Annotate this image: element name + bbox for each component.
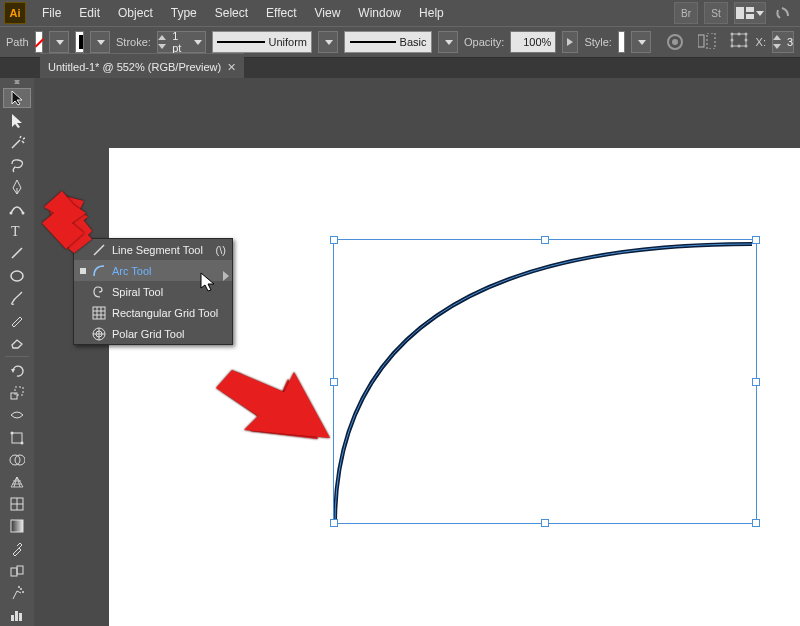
svg-rect-44 [11,568,17,576]
perspective-grid-tool[interactable] [3,472,31,492]
svg-marker-26 [12,114,22,128]
selection-handle[interactable] [752,236,760,244]
document-tab-bar: Untitled-1* @ 552% (RGB/Preview) ✕ [0,58,800,80]
selection-tool[interactable] [3,88,31,108]
svg-point-14 [744,33,747,36]
flyout-item-polar-grid[interactable]: Polar Grid Tool [74,323,232,344]
svg-marker-7 [567,38,573,46]
pen-tool[interactable] [3,177,31,197]
recolor-artwork-icon[interactable] [666,33,684,51]
ellipse-tool[interactable] [3,266,31,286]
svg-point-18 [737,45,740,48]
align-icon[interactable] [698,33,716,51]
svg-rect-45 [17,566,23,574]
stock-icon[interactable]: St [704,2,728,24]
stroke-weight-stepper[interactable]: 1 pt [157,31,206,53]
svg-point-36 [11,431,14,434]
menu-view[interactable]: View [307,3,349,23]
mesh-tool[interactable] [3,494,31,514]
svg-point-16 [744,45,747,48]
column-graph-tool[interactable] [3,605,31,625]
svg-rect-34 [15,387,23,395]
svg-marker-62 [223,271,229,281]
symbol-sprayer-tool[interactable] [3,583,31,603]
lasso-tool[interactable] [3,155,31,175]
pencil-tool[interactable] [3,310,31,330]
flyout-tearoff-icon[interactable] [223,265,233,286]
shape-builder-tool[interactable] [3,450,31,470]
menu-type[interactable]: Type [163,3,205,23]
rotate-tool[interactable] [3,361,31,381]
graphic-style-label: Style: [584,36,612,48]
transform-icon[interactable] [730,32,750,52]
eyedropper-tool[interactable] [3,538,31,558]
svg-marker-21 [773,35,781,40]
document-tab[interactable]: Untitled-1* @ 552% (RGB/Preview) ✕ [40,53,244,80]
magic-wand-tool[interactable] [3,133,31,153]
flyout-item-spiral[interactable]: Spiral Tool [74,281,232,302]
close-tab-icon[interactable]: ✕ [227,61,236,74]
flyout-item-rectangular-grid[interactable]: Rectangular Grid Tool [74,302,232,323]
opacity-dropdown[interactable] [562,31,578,53]
variable-width-profile[interactable]: Uniform [212,31,312,53]
bridge-icon[interactable]: Br [674,2,698,24]
svg-rect-11 [707,33,715,49]
variable-width-dropdown[interactable] [318,31,338,53]
menu-effect[interactable]: Effect [258,3,304,23]
selection-handle[interactable] [330,519,338,527]
curvature-tool[interactable] [3,199,31,219]
flyout-item-arc[interactable]: Arc Tool [74,260,232,281]
svg-marker-25 [12,91,22,105]
svg-rect-12 [732,34,746,46]
free-transform-tool[interactable] [3,428,31,448]
menu-window[interactable]: Window [350,3,409,23]
direct-selection-tool[interactable] [3,110,31,130]
rectangular-grid-icon [92,306,106,320]
fill-dropdown[interactable] [49,31,69,53]
selection-type-label: Path [6,36,29,48]
brush-definition[interactable]: Basic [344,31,432,53]
menu-select[interactable]: Select [207,3,256,23]
canvas-area[interactable]: Line Segment Tool (\) Arc Tool Spiral To… [34,78,800,626]
arrange-documents-icon[interactable] [734,2,766,24]
type-tool[interactable]: T [3,221,31,241]
svg-point-47 [22,591,24,593]
menu-object[interactable]: Object [110,3,161,23]
eraser-tool[interactable] [3,332,31,352]
x-position-label: X: [756,36,766,48]
graphic-style-swatch[interactable] [618,31,626,53]
line-segment-tool[interactable] [3,243,31,263]
flyout-label: Spiral Tool [112,286,163,298]
scale-tool[interactable] [3,383,31,403]
svg-marker-73 [216,370,330,438]
selection-handle[interactable] [752,519,760,527]
selection-handle[interactable] [541,519,549,527]
graphic-style-dropdown[interactable] [631,31,651,53]
selection-handle[interactable] [330,236,338,244]
polar-grid-icon [92,327,106,341]
brush-dropdown[interactable] [438,31,458,53]
selection-handle[interactable] [752,378,760,386]
svg-point-15 [730,45,733,48]
stroke-swatch[interactable] [75,31,84,53]
gradient-tool[interactable] [3,516,31,536]
document-tab-title: Untitled-1* @ 552% (RGB/Preview) [48,61,221,73]
opacity-input[interactable]: 100% [510,31,556,53]
x-position-stepper[interactable]: 3 [772,31,794,53]
blend-tool[interactable] [3,560,31,580]
svg-marker-68 [42,191,86,249]
width-tool[interactable] [3,405,31,425]
selection-bounding-box[interactable] [333,239,757,524]
flyout-item-line-segment[interactable]: Line Segment Tool (\) [74,239,232,260]
menu-file[interactable]: File [34,3,69,23]
selection-handle[interactable] [541,236,549,244]
svg-rect-0 [736,7,744,19]
fill-swatch[interactable] [35,31,44,53]
menu-edit[interactable]: Edit [71,3,108,23]
flyout-label: Polar Grid Tool [112,328,185,340]
line-tools-flyout: Line Segment Tool (\) Arc Tool Spiral To… [73,238,233,345]
paintbrush-tool[interactable] [3,288,31,308]
gpu-prefs-icon[interactable] [772,3,794,23]
menu-help[interactable]: Help [411,3,452,23]
stroke-dropdown[interactable] [90,31,110,53]
